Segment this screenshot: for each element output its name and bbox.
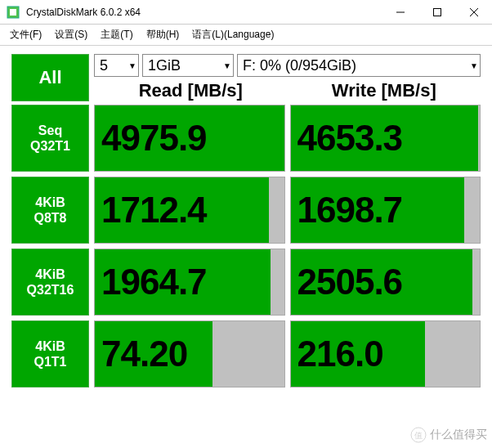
test-label-line2: Q8T8 [34,210,66,226]
menu-file[interactable]: 文件(F) [5,26,47,43]
test-label-line1: 4KiB [35,267,65,282]
test-label-line1: 4KiB [35,338,65,354]
read-value: 4975.9 [101,118,207,159]
app-icon [7,6,20,19]
table-row: 4KiB Q32T16 1964.7 2505.6 [11,249,481,316]
content: All 5 ▼ 1GiB ▼ F: 0% (0/954GiB) ▼ Read [… [0,46,492,404]
maximize-button[interactable] [418,0,455,24]
test-label-line1: 4KiB [35,195,65,210]
menubar: 文件(F) 设置(S) 主题(T) 帮助(H) 语言(L)(Language) [0,25,492,46]
chevron-down-icon: ▼ [470,61,478,70]
write-cell: 4653.3 [290,105,481,172]
read-value: 1964.7 [101,262,207,302]
minimize-button[interactable] [382,0,418,24]
write-cell: 1698.7 [290,177,481,244]
read-cell: 4975.9 [94,105,285,172]
test-label-line1: Seq [38,123,62,138]
read-cell: 1712.4 [94,177,285,244]
read-header: Read [MB/s] [94,80,288,101]
test-size-select[interactable]: 1GiB ▼ [142,54,234,77]
write-value: 4653.3 [297,118,403,159]
write-header: Write [MB/s] [288,80,481,101]
svg-rect-3 [433,8,441,16]
write-value: 1698.7 [297,190,403,231]
menu-settings[interactable]: 设置(S) [50,26,92,43]
controls-and-headers: 5 ▼ 1GiB ▼ F: 0% (0/954GiB) ▼ Read [MB/s… [94,54,481,101]
run-test-button[interactable]: 4KiB Q32T16 [11,249,89,316]
write-cell: 216.0 [290,320,481,388]
window-title: CrystalDiskMark 6.0.2 x64 [26,7,382,18]
test-label-line2: Q32T16 [27,282,74,298]
table-row: 4KiB Q1T1 74.20 216.0 [11,320,481,388]
table-row: 4KiB Q8T8 1712.4 1698.7 [11,177,481,244]
read-cell: 1964.7 [94,249,285,316]
write-value: 216.0 [297,334,383,374]
table-row: Seq Q32T1 4975.9 4653.3 [11,105,481,172]
svg-rect-1 [10,9,16,16]
chevron-down-icon: ▼ [128,61,136,70]
runs-value: 5 [100,57,108,74]
write-value: 2505.6 [297,262,403,302]
run-test-button[interactable]: Seq Q32T1 [11,105,89,172]
top-row: All 5 ▼ 1GiB ▼ F: 0% (0/954GiB) ▼ Read [… [11,54,481,101]
read-cell: 74.20 [94,320,285,388]
read-value: 74.20 [101,334,187,374]
write-cell: 2505.6 [290,249,481,316]
menu-language[interactable]: 语言(L)(Language) [187,26,279,43]
menu-theme[interactable]: 主题(T) [96,26,137,43]
run-test-button[interactable]: 4KiB Q1T1 [11,320,89,388]
chevron-down-icon: ▼ [223,61,231,70]
read-value: 1712.4 [101,190,207,231]
column-headers: Read [MB/s] Write [MB/s] [94,80,481,101]
drive-select[interactable]: F: 0% (0/954GiB) ▼ [237,54,481,77]
runs-select[interactable]: 5 ▼ [94,54,139,77]
test-size-value: 1GiB [148,57,181,74]
titlebar: CrystalDiskMark 6.0.2 x64 [0,0,492,25]
menu-help[interactable]: 帮助(H) [141,26,185,43]
dropdown-row: 5 ▼ 1GiB ▼ F: 0% (0/954GiB) ▼ [94,54,481,77]
test-label-line2: Q1T1 [34,354,66,370]
drive-value: F: 0% (0/954GiB) [243,57,356,74]
test-label-line2: Q32T1 [30,138,70,154]
run-all-button[interactable]: All [11,54,89,101]
run-test-button[interactable]: 4KiB Q8T8 [11,177,89,244]
close-button[interactable] [455,0,492,24]
